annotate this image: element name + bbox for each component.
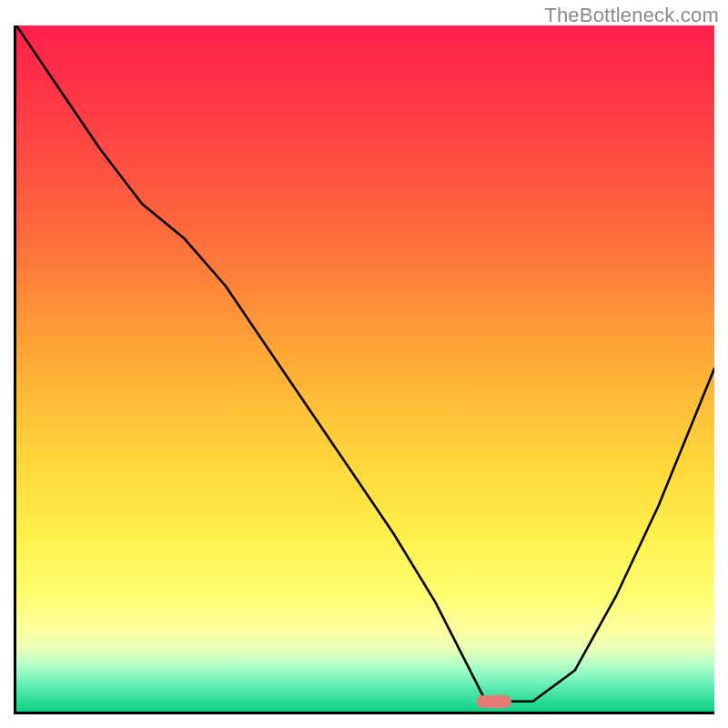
chart-frame: TheBottleneck.com xyxy=(0,0,728,728)
curve-path xyxy=(16,25,714,702)
plot-area xyxy=(14,25,714,714)
bottleneck-curve xyxy=(16,25,714,712)
watermark-text: TheBottleneck.com xyxy=(544,4,719,27)
highlight-marker xyxy=(477,695,511,708)
